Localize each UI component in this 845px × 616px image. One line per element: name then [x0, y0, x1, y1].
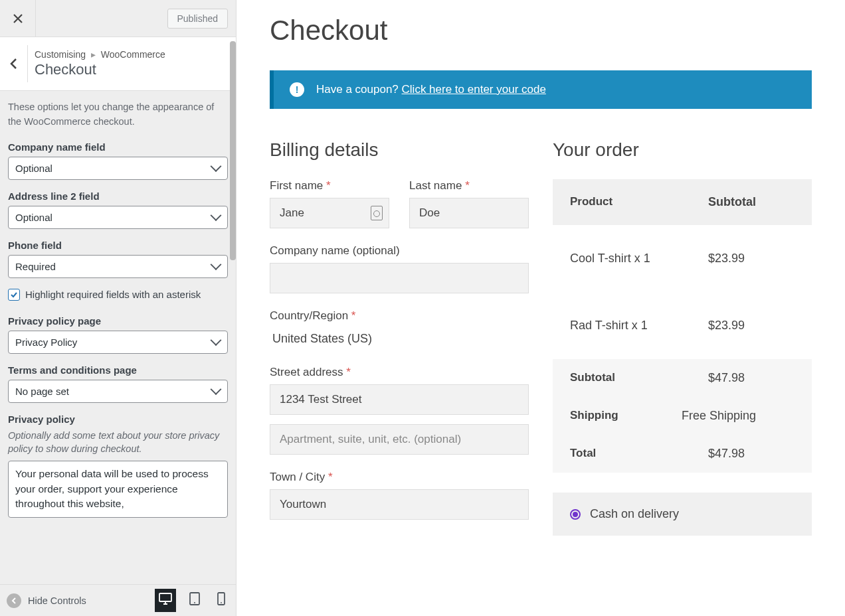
collapse-icon[interactable] [7, 593, 21, 608]
billing-section: Billing details First name * Last name * [270, 139, 529, 536]
company-label: Company name (optional) [270, 244, 529, 258]
first-name-label: First name * [270, 179, 389, 193]
highlight-required-row[interactable]: Highlight required fields with an asteri… [8, 289, 228, 301]
payment-methods: Cash on delivery [553, 493, 812, 536]
last-name-input[interactable] [409, 198, 529, 228]
street-input[interactable] [270, 384, 529, 415]
svg-point-4 [221, 602, 222, 603]
company-field-label: Company name field [8, 141, 228, 153]
shipping-value: Free Shipping [682, 409, 795, 423]
col-product: Product [570, 195, 708, 209]
preview-pane: Checkout ! Have a coupon? Click here to … [236, 0, 845, 616]
phone-field-label: Phone field [8, 240, 228, 251]
device-desktop-icon[interactable] [155, 589, 176, 612]
company-field-select[interactable]: Optional [8, 157, 228, 180]
shipping-label: Shipping [570, 409, 682, 423]
svg-point-2 [194, 602, 195, 603]
autofill-icon[interactable] [371, 206, 383, 220]
street-label: Street address * [270, 366, 529, 379]
sidebar-controls: These options let you change the appeara… [0, 91, 236, 584]
coupon-link[interactable]: Click here to enter your code [402, 83, 546, 96]
order-title: Your order [553, 139, 812, 161]
customizer-sidebar: Published Customising ▸ WooCommerce Chec… [0, 0, 236, 616]
last-name-label: Last name * [409, 179, 529, 193]
sidebar-description: These options let you change the appeara… [8, 100, 228, 129]
order-item-price: $23.99 [708, 252, 795, 266]
svg-rect-0 [159, 593, 171, 601]
coupon-prompt: Have a coupon? [316, 83, 402, 96]
city-input[interactable] [270, 489, 529, 520]
order-item-name: Rad T-shirt x 1 [570, 319, 708, 333]
payment-cod-label: Cash on delivery [590, 507, 679, 521]
privacy-policy-label: Privacy policy [8, 414, 228, 425]
order-shipping-row: Shipping Free Shipping [553, 397, 812, 435]
privacy-page-label: Privacy policy page [8, 315, 228, 327]
company-input[interactable] [270, 263, 529, 293]
phone-field-select[interactable]: Required [8, 255, 228, 278]
order-item-row: Rad T-shirt x 1 $23.99 [553, 292, 812, 359]
subtotal-value: $47.98 [708, 371, 795, 385]
breadcrumb-separator-icon: ▸ [88, 49, 98, 60]
col-subtotal: Subtotal [708, 195, 795, 209]
radio-selected-icon [570, 509, 581, 520]
privacy-page-select[interactable]: Privacy Policy [8, 331, 228, 354]
sidebar-footer: Hide Controls [0, 584, 236, 616]
sidebar-top-bar: Published [0, 0, 236, 37]
device-mobile-icon[interactable] [213, 588, 229, 613]
hide-controls-link[interactable]: Hide Controls [28, 595, 86, 606]
info-icon: ! [290, 82, 304, 97]
city-label: Town / City * [270, 471, 529, 484]
publish-button[interactable]: Published [167, 9, 229, 29]
terms-page-label: Terms and conditions page [8, 364, 228, 376]
check-icon [10, 291, 18, 299]
highlight-required-checkbox[interactable] [8, 289, 20, 301]
payment-cod-option[interactable]: Cash on delivery [570, 507, 795, 521]
privacy-policy-textarea[interactable] [8, 461, 228, 518]
country-label: Country/Region * [270, 309, 529, 323]
breadcrumb: Customising ▸ WooCommerce Checkout [0, 37, 236, 91]
total-value: $47.98 [708, 447, 795, 461]
highlight-required-label: Highlight required fields with an asteri… [25, 289, 201, 300]
address2-field-select[interactable]: Optional [8, 206, 228, 229]
order-section: Your order Product Subtotal Cool T-shirt… [553, 139, 812, 536]
close-icon [13, 13, 23, 24]
billing-title: Billing details [270, 139, 529, 161]
back-button[interactable] [0, 45, 28, 82]
privacy-policy-description: Optionally add some text about your stor… [8, 429, 228, 456]
chevron-left-icon [9, 58, 19, 70]
order-total-row: Total $47.98 [553, 435, 812, 473]
breadcrumb-root: Customising [35, 49, 86, 60]
order-item-name: Cool T-shirt x 1 [570, 252, 708, 266]
total-label: Total [570, 447, 708, 461]
street2-input[interactable] [270, 424, 529, 455]
breadcrumb-trail: Customising ▸ WooCommerce [35, 49, 165, 60]
device-tablet-icon[interactable] [185, 588, 204, 613]
breadcrumb-parent: WooCommerce [101, 49, 165, 60]
order-item-price: $23.99 [708, 319, 795, 333]
breadcrumb-current: Checkout [35, 61, 165, 78]
country-select[interactable]: United States (US) [270, 328, 529, 350]
order-table-header: Product Subtotal [553, 179, 812, 225]
page-title: Checkout [270, 15, 812, 46]
order-subtotal-row: Subtotal $47.98 [553, 359, 812, 397]
order-totals: Subtotal $47.98 Shipping Free Shipping T… [553, 359, 812, 473]
order-table: Product Subtotal Cool T-shirt x 1 $23.99… [553, 179, 812, 473]
subtotal-label: Subtotal [570, 371, 708, 385]
chevron-left-icon [11, 597, 17, 604]
coupon-notice: ! Have a coupon? Click here to enter you… [270, 70, 812, 109]
order-item-row: Cool T-shirt x 1 $23.99 [553, 225, 812, 292]
terms-page-select[interactable]: No page set [8, 380, 228, 403]
address2-field-label: Address line 2 field [8, 191, 228, 202]
sidebar-scrollbar[interactable] [230, 41, 236, 260]
close-button[interactable] [0, 0, 36, 37]
